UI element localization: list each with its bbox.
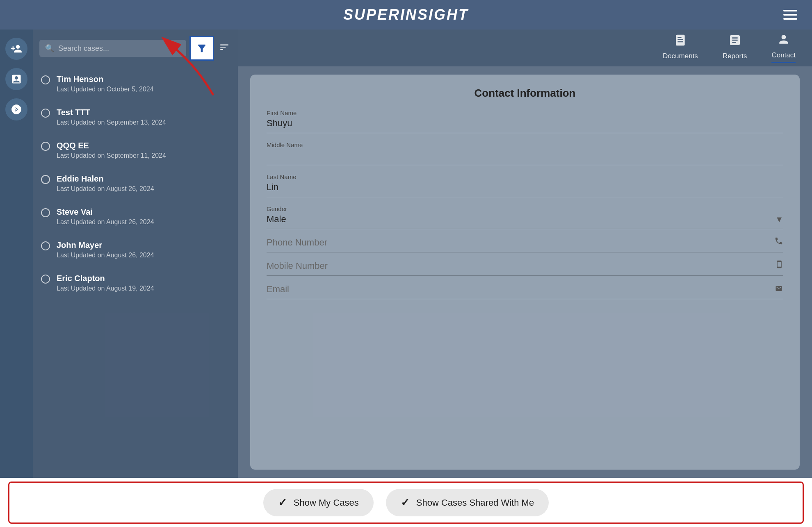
main-area: 🔍 Tim Henson Last Updated on October 5, … — [0, 30, 812, 478]
case-info: QQQ EE Last Updated on September 11, 202… — [57, 141, 166, 159]
case-info: Tim Henson Last Updated on October 5, 20… — [57, 75, 154, 93]
cases-list: Tim Henson Last Updated on October 5, 20… — [33, 64, 238, 478]
tab-contact[interactable]: Contact — [771, 33, 796, 63]
case-date: Last Updated on September 13, 2024 — [57, 119, 166, 126]
list-item[interactable]: John Mayer Last Updated on August 26, 20… — [33, 233, 238, 266]
list-item[interactable]: Eric Clapton Last Updated on August 19, … — [33, 266, 238, 300]
list-item[interactable]: QQQ EE Last Updated on September 11, 202… — [33, 134, 238, 167]
email-placeholder[interactable]: Email — [267, 284, 783, 295]
tab-documents[interactable]: Documents — [663, 34, 698, 63]
case-name: John Mayer — [57, 241, 154, 250]
case-name: Tim Henson — [57, 75, 154, 84]
gender-field: Gender Male ▼ — [267, 205, 783, 229]
list-item[interactable]: Test TTT Last Updated on September 13, 2… — [33, 100, 238, 134]
search-input[interactable] — [58, 44, 180, 53]
show-my-cases-check: ✓ — [278, 496, 287, 509]
tab-contact-label: Contact — [771, 51, 796, 59]
case-info: Steve Vai Last Updated on August 26, 202… — [57, 207, 154, 226]
search-wrapper: 🔍 — [39, 40, 186, 57]
list-item[interactable]: Tim Henson Last Updated on October 5, 20… — [33, 67, 238, 100]
tab-bar: Documents Reports Contact — [238, 30, 812, 66]
show-shared-check: ✓ — [401, 496, 410, 509]
mobile-number-placeholder[interactable]: Mobile Number — [267, 261, 783, 271]
first-name-value[interactable]: Shuyu — [267, 118, 783, 129]
case-info: Eric Clapton Last Updated on August 19, … — [57, 274, 154, 292]
case-info: John Mayer Last Updated on August 26, 20… — [57, 241, 154, 259]
case-date: Last Updated on August 19, 2024 — [57, 285, 154, 292]
hamburger-menu[interactable] — [783, 10, 797, 20]
email-icon — [774, 284, 783, 295]
email-field: Email — [267, 284, 783, 299]
tab-reports[interactable]: Reports — [723, 34, 747, 63]
show-shared-cases-button[interactable]: ✓ Show Cases Shared With Me — [386, 489, 549, 516]
contact-panel: Contact Information First Name Shuyu Mid… — [250, 75, 800, 470]
case-radio[interactable] — [41, 142, 50, 151]
case-radio[interactable] — [41, 208, 50, 217]
middle-name-label: Middle Name — [267, 141, 783, 148]
case-name: Test TTT — [57, 108, 166, 117]
gender-value[interactable]: Male — [267, 214, 286, 225]
case-radio[interactable] — [41, 175, 50, 184]
contact-icon — [777, 33, 790, 49]
case-date: Last Updated on August 26, 2024 — [57, 252, 154, 259]
list-item[interactable]: Eddie Halen Last Updated on August 26, 2… — [33, 167, 238, 200]
case-info: Test TTT Last Updated on September 13, 2… — [57, 108, 166, 126]
tab-reports-label: Reports — [723, 52, 747, 60]
show-my-cases-label: Show My Cases — [294, 497, 359, 508]
case-name: Steve Vai — [57, 207, 154, 217]
gender-label: Gender — [267, 205, 783, 212]
case-name: Eddie Halen — [57, 174, 154, 184]
app-header: SUPERINSIGHT — [0, 0, 812, 30]
gender-dropdown-icon[interactable]: ▼ — [775, 215, 783, 224]
case-date: Last Updated on October 5, 2024 — [57, 86, 154, 93]
case-date: Last Updated on September 11, 2024 — [57, 152, 166, 159]
sort-button[interactable] — [217, 40, 231, 57]
case-date: Last Updated on August 26, 2024 — [57, 218, 154, 226]
list-item[interactable]: Steve Vai Last Updated on August 26, 202… — [33, 200, 238, 233]
search-icon: 🔍 — [45, 44, 54, 53]
show-my-cases-button[interactable]: ✓ Show My Cases — [263, 489, 374, 516]
middle-name-field: Middle Name — [267, 141, 783, 165]
records-button[interactable] — [5, 68, 27, 90]
first-name-label: First Name — [267, 109, 783, 116]
case-radio[interactable] — [41, 109, 50, 118]
last-name-label: Last Name — [267, 173, 783, 180]
sidebar — [0, 30, 33, 478]
contact-panel-title: Contact Information — [267, 87, 783, 100]
case-name: QQQ EE — [57, 141, 166, 150]
case-name: Eric Clapton — [57, 274, 154, 283]
case-radio[interactable] — [41, 275, 50, 284]
case-info: Eddie Halen Last Updated on August 26, 2… — [57, 174, 154, 193]
filter-button[interactable] — [189, 36, 214, 61]
reports-icon — [728, 34, 741, 50]
last-name-field: Last Name Lin — [267, 173, 783, 197]
case-radio[interactable] — [41, 241, 50, 250]
documents-icon — [674, 34, 687, 50]
phone-number-field: Phone Number — [267, 237, 783, 252]
first-name-field: First Name Shuyu — [267, 109, 783, 133]
phone-icon — [774, 236, 783, 248]
search-bar-area: 🔍 — [33, 30, 238, 64]
content-area: Documents Reports Contact — [238, 30, 812, 478]
case-radio[interactable] — [41, 75, 50, 84]
phone-number-placeholder[interactable]: Phone Number — [267, 237, 783, 248]
mobile-number-field: Mobile Number — [267, 261, 783, 276]
tab-documents-label: Documents — [663, 52, 698, 60]
show-shared-label: Show Cases Shared With Me — [416, 497, 534, 508]
blocked-button[interactable] — [5, 98, 27, 120]
mobile-icon — [775, 260, 783, 271]
bottom-bar: ✓ Show My Cases ✓ Show Cases Shared With… — [0, 478, 812, 527]
middle-name-value[interactable] — [267, 150, 783, 161]
app-title: SUPERINSIGHT — [343, 6, 469, 23]
add-person-button[interactable] — [5, 38, 27, 60]
cases-panel: 🔍 Tim Henson Last Updated on October 5, … — [33, 30, 238, 478]
case-date: Last Updated on August 26, 2024 — [57, 185, 154, 193]
last-name-value[interactable]: Lin — [267, 182, 783, 193]
